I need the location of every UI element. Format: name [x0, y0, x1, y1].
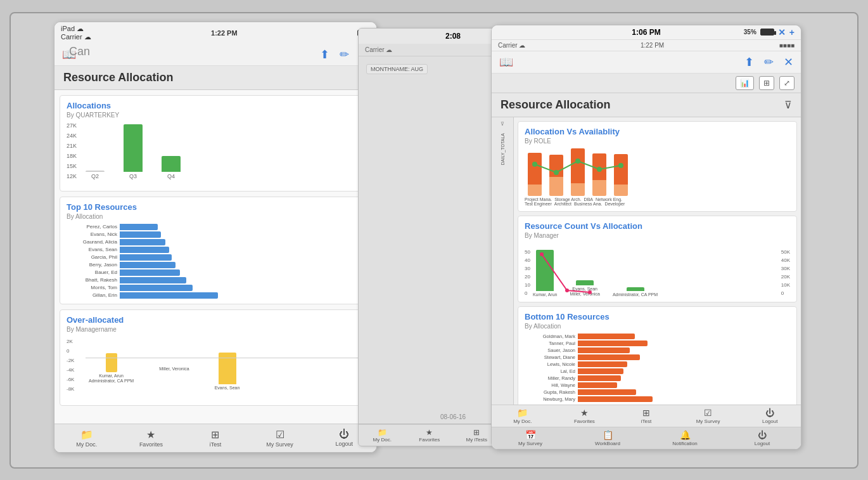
right-second-status: Carrier ☁ 1:22 PM ■■■■	[492, 40, 801, 51]
bar-q3-fill	[124, 124, 143, 172]
over-allocated-title: Over-allocated	[67, 315, 364, 325]
list-item: Hill, Wayne	[525, 382, 790, 388]
resource-count-title: Resource Count Vs Allocation	[525, 221, 790, 231]
r-nav-logout[interactable]: ⏻ Logout	[739, 406, 801, 425]
top10-title: Top 10 Resources	[67, 202, 364, 212]
r-folder-icon: 📁	[517, 408, 528, 418]
outer-frame: Can iPad ☁ Carrier ☁ 1:22 PM 📖 ⬆ ✏	[10, 12, 858, 469]
bar-q4-fill	[162, 156, 181, 172]
list-item: Goldman, Mark	[525, 334, 790, 339]
edit-icon[interactable]: ✏	[340, 48, 349, 62]
allocations-card: Allocations By QUARTERKEY 27K24K21K18K15…	[60, 95, 371, 191]
right-edit-icon[interactable]: ✏	[764, 55, 774, 69]
top10-card: Top 10 Resources By Allocation Perez, Ca…	[60, 197, 371, 304]
list-item: Gaurand, Alicia	[67, 239, 364, 245]
list-item: Sauer, Jason	[525, 347, 790, 353]
resource-count-chart: 50403020100 Kumar, Arun	[525, 243, 790, 297]
bar-q3-label: Q3	[129, 173, 137, 179]
ipad-right: 1:06 PM 35% ✕ + Carrier ☁ 1:22 PM ■■■■ 📖…	[491, 25, 801, 450]
list-item: Perez, Carlos	[67, 224, 364, 230]
over-allocated-card: Over-allocated By Managername 2K0-2K-4K-…	[60, 309, 371, 406]
left-carrier: iPad ☁ Carrier ☁	[61, 25, 91, 41]
alloc-vs-avail-card: Allocation Vs Availablity By ROLE	[518, 121, 797, 212]
left-bottom-nav: 📁 My Doc. ★ Favorites ⊞ iTest ☑ My Surve…	[54, 424, 376, 452]
right-extra-nav: 📅 My Survey 📋 WorkBoard 🔔 Notification ⏻…	[492, 427, 801, 449]
alloc-vs-avail-title: Allocation Vs Availablity	[525, 127, 790, 136]
bottom10-subtitle: By Allocation	[525, 323, 790, 330]
right-sidebar-filter[interactable]: ⊽	[501, 121, 504, 127]
list-item: Morris, Tom	[67, 285, 364, 291]
right-close-icon[interactable]: ✕	[778, 27, 786, 37]
r-nav-mydoc[interactable]: 📁 My Doc.	[492, 406, 554, 425]
left-toolbar: 📖 ⬆ ✏ ✕	[54, 44, 376, 66]
m-nav-mydoc[interactable]: 📁 My Doc.	[359, 426, 406, 444]
re-workboard-icon: 📋	[603, 430, 613, 440]
power-icon: ⏻	[339, 429, 349, 440]
check-icon: ☑	[276, 429, 284, 441]
list-item: Gupta, Rakesh	[525, 389, 790, 395]
list-item: Miller, Randy	[525, 375, 790, 381]
r-nav-favorites[interactable]: ★ Favorites	[554, 406, 616, 425]
right-close2-icon[interactable]: ✕	[784, 55, 793, 69]
r-star-icon: ★	[580, 408, 589, 418]
list-item: Bauer, Ed	[67, 269, 364, 276]
avail-sub-labels: Test Engineer Architect Business Ana. De…	[525, 202, 790, 206]
right-book-icon[interactable]: 📖	[499, 55, 513, 69]
m-star-icon: ★	[426, 428, 433, 437]
star-icon: ★	[146, 429, 155, 441]
alloc-vs-avail-subtitle: By ROLE	[525, 138, 790, 145]
list-item: Evans, Sean	[67, 247, 364, 253]
right-battery-icon	[760, 29, 774, 36]
expand-view-btn[interactable]: ⤢	[779, 76, 795, 90]
right-plus-icon[interactable]: +	[789, 27, 795, 37]
right-share-icon[interactable]: ⬆	[744, 55, 754, 69]
left-main-content: Allocations By QUARTERKEY 27K24K21K18K15…	[54, 90, 376, 424]
bar-chart-view-btn[interactable]: 📊	[736, 76, 754, 90]
r-power-icon: ⏻	[765, 408, 774, 418]
grid-view-btn[interactable]: ⊞	[759, 76, 774, 90]
screenshot-container: Can iPad ☁ Carrier ☁ 1:22 PM 📖 ⬆ ✏	[54, 22, 814, 459]
svg-point-6	[565, 289, 569, 292]
right-charts: Allocation Vs Availablity By ROLE	[514, 117, 801, 405]
left-time: 1:22 PM	[211, 29, 238, 37]
right-app-title-bar: Resource Allocation ⊽	[492, 93, 801, 117]
r-nav-mysurvey[interactable]: ☑ My Survey	[677, 406, 739, 425]
re-nav-workboard[interactable]: 📋 WorkBoard	[569, 429, 646, 448]
nav-mydoc[interactable]: 📁 My Doc.	[54, 427, 119, 450]
right-top-controls: 35% ✕ +	[744, 27, 795, 37]
left-app-title: Resource Allocation	[63, 71, 360, 84]
resource-count-card: Resource Count Vs Allocation By Manager …	[518, 216, 797, 302]
nav-mysurvey[interactable]: ☑ My Survey	[248, 427, 312, 450]
avail-role-labels: Project Mana. Storage Arch. DBA Network …	[525, 197, 790, 202]
list-item: Gillan, Erin	[67, 292, 364, 299]
right-top-status: 1:06 PM 35% ✕ +	[492, 25, 801, 40]
list-item: Bhatt, Rakesh	[67, 277, 364, 283]
left-status-bar: iPad ☁ Carrier ☁ 1:22 PM	[54, 22, 376, 44]
allocations-title: Allocations	[67, 101, 364, 110]
m-nav-favorites[interactable]: ★ Favorites	[406, 426, 454, 444]
r-nav-itest[interactable]: ⊞ iTest	[615, 406, 677, 425]
bar-q4-label: Q4	[167, 173, 175, 179]
list-item: Garcia, Phil	[67, 254, 364, 261]
m-folder-icon: 📁	[378, 428, 387, 437]
right-bottom-nav: 📁 My Doc. ★ Favorites ⊞ iTest ☑ My Surve…	[492, 405, 801, 427]
re-nav-logout[interactable]: ⏻ Logout	[724, 429, 801, 448]
bottom10-chart: Goldman, Mark Tanner, Paul Sauer, Jason	[525, 334, 790, 402]
daily-total-label: DAILY_TOTALA	[501, 133, 505, 165]
re-notification-icon: 🔔	[680, 430, 691, 440]
bar-q3: Q3	[124, 124, 143, 179]
left-app-title-bar: Resource Allocation ⊽	[54, 66, 376, 90]
right-app-title: Resource Allocation	[501, 98, 784, 112]
re-nav-mysurvey[interactable]: 📅 My Survey	[492, 429, 569, 448]
battery-pct: 35%	[744, 29, 756, 36]
list-item: Stewart, Diane	[525, 354, 790, 360]
right-filter-icon[interactable]: ⊽	[784, 99, 792, 111]
avail-line-chart	[528, 148, 787, 196]
nav-itest[interactable]: ⊞ iTest	[183, 427, 248, 450]
ipad-left: iPad ☁ Carrier ☁ 1:22 PM 📖 ⬆ ✏ ✕ Resourc…	[54, 22, 377, 453]
re-survey-icon: 📅	[525, 430, 536, 440]
nav-favorites[interactable]: ★ Favorites	[119, 427, 184, 450]
re-nav-notification[interactable]: 🔔 Notification	[646, 429, 724, 448]
right-battery-bar: ■■■■	[779, 42, 795, 49]
share-icon[interactable]: ⬆	[320, 48, 329, 62]
